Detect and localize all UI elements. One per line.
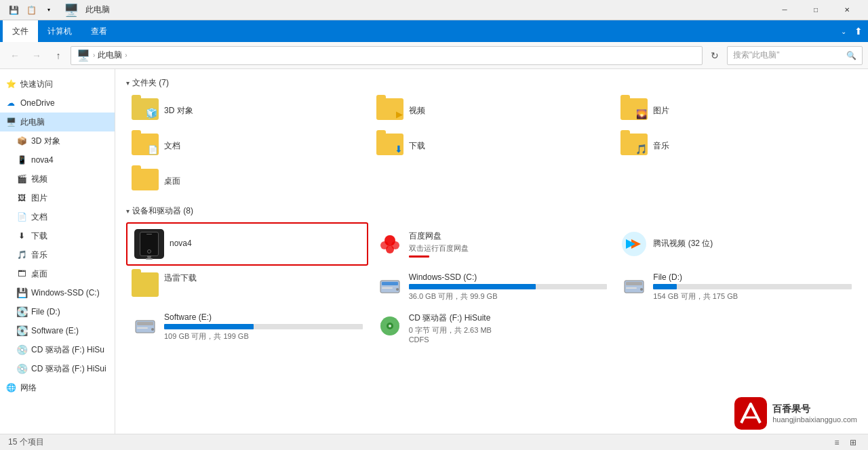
- sidebar-item-network[interactable]: 🌐 网络: [0, 378, 115, 397]
- folder-item-music[interactable]: 🎵 音乐: [615, 129, 857, 162]
- folders-section-title: 文件夹 (7): [132, 77, 169, 89]
- sidebar-item-softwaree[interactable]: 💽 Software (E:): [0, 321, 115, 340]
- f-drive-sub2: CDFS: [409, 335, 608, 344]
- ribbon-minimize-icon[interactable]: ⬆: [852, 23, 865, 39]
- f-drive-icon: [376, 312, 403, 340]
- sidebar-item-onedrive[interactable]: ☁ OneDrive: [0, 94, 115, 112]
- sidebar-label-cdf2: CD 驱动器 (F:) HiSui: [31, 363, 106, 375]
- baidu-info: 百度网盘 双击运行百度网盘: [409, 230, 608, 258]
- qat-more-btn[interactable]: ▾: [41, 2, 57, 18]
- device-baidu[interactable]: 百度网盘 双击运行百度网盘: [371, 222, 613, 266]
- nova4-icon: [134, 229, 164, 259]
- cloud-icon: ☁: [5, 98, 16, 108]
- device-e-drive[interactable]: Software (E:) 109 GB 可用，共 199 GB: [126, 308, 368, 348]
- sidebar-item-desktop[interactable]: 🗔 桌面: [0, 264, 115, 283]
- save-qat-btn[interactable]: 💾: [5, 2, 22, 18]
- 3d-icon: 📦: [16, 136, 27, 146]
- sidebar-item-3dobject[interactable]: 📦 3D 对象: [0, 131, 115, 150]
- nova4-label: nova4: [170, 239, 192, 248]
- sidebar-item-quickaccess[interactable]: ⭐ 快速访问: [0, 75, 115, 94]
- d-drive-bar: [653, 284, 677, 289]
- sidebar-item-filed[interactable]: 💽 File (D:): [0, 302, 115, 321]
- baidu-sub: 双击运行百度网盘: [409, 243, 608, 253]
- folder-item-video[interactable]: ▶ 视频: [371, 94, 613, 127]
- watermark: 百香果号 huangjinbaixiangguo.com: [734, 397, 857, 430]
- e-drive-sub: 109 GB 可用，共 199 GB: [164, 331, 363, 342]
- device-c-drive[interactable]: Windows-SSD (C:) 36.0 GB 可用，共 99.9 GB: [371, 268, 613, 306]
- svg-rect-12: [626, 282, 642, 285]
- baidu-underline: [409, 255, 429, 258]
- statusbar-right: ≡ ⊞: [830, 436, 860, 449]
- baidu-icon: [376, 230, 403, 258]
- address-box[interactable]: 🖥️ › 此电脑 ›: [71, 46, 703, 65]
- ribbon-tab-view[interactable]: 查看: [81, 20, 117, 42]
- device-d-drive[interactable]: File (D:) 154 GB 可用，共 175 GB: [615, 268, 857, 306]
- back-button[interactable]: ←: [5, 46, 24, 65]
- folder-name-documents: 文档: [164, 140, 180, 152]
- sidebar-label-music: 音乐: [31, 249, 47, 261]
- folders-grid: 🧊 3D 对象 ▶ 视频: [126, 94, 857, 197]
- device-nova4[interactable]: nova4: [129, 225, 366, 263]
- sidebar-item-music[interactable]: 🎵 音乐: [0, 245, 115, 264]
- sidebar-label-filed: File (D:): [31, 307, 60, 316]
- network-icon: 🌐: [5, 382, 16, 393]
- folder-item-downloads[interactable]: ⬇ 下载: [371, 129, 613, 162]
- f-drive-name: CD 驱动器 (F:) HiSuite: [409, 312, 608, 324]
- svg-point-13: [640, 288, 643, 291]
- sidebar-item-cdf2[interactable]: 💿 CD 驱动器 (F:) HiSui: [0, 359, 115, 378]
- sidebar-label-cdf1: CD 驱动器 (F:) HiSu: [31, 344, 104, 356]
- search-box[interactable]: 搜索"此电脑" 🔍: [727, 46, 863, 65]
- sidebar-item-documents[interactable]: 📄 文档: [0, 207, 115, 226]
- xunlei-name: 迅雷下载: [164, 272, 363, 284]
- sidebar-label-desktop: 桌面: [31, 268, 47, 280]
- devices-toggle-icon[interactable]: ▾: [126, 207, 130, 215]
- folder-music-icon: 🎵: [620, 134, 648, 158]
- device-xunlei[interactable]: 迅雷下载: [126, 268, 368, 306]
- ribbon-tab-file[interactable]: 文件: [3, 20, 38, 42]
- folders-toggle-icon[interactable]: ▾: [126, 79, 130, 87]
- forward-button[interactable]: →: [27, 46, 46, 65]
- device-f-drive[interactable]: CD 驱动器 (F:) HiSuite 0 字节 可用，共 2.63 MB CD…: [371, 308, 613, 348]
- sidebar-item-thispc[interactable]: 🖥️ 此电脑: [0, 112, 115, 131]
- sidebar-item-video[interactable]: 🎬 视频: [0, 169, 115, 188]
- doc-icon: 📄: [16, 211, 27, 222]
- view-details-btn[interactable]: ≡: [830, 436, 844, 449]
- address-arrow: ›: [125, 52, 127, 59]
- d-drive-info: File (D:) 154 GB 可用，共 175 GB: [653, 272, 852, 302]
- devices-section-title: 设备和驱动器 (8): [132, 205, 193, 217]
- ribbon-chevron-icon[interactable]: ⌄: [838, 25, 849, 38]
- pc-icon: 🖥️: [5, 117, 16, 127]
- sidebar-item-pictures[interactable]: 🖼 图片: [0, 188, 115, 207]
- sidebar-item-windowsssd[interactable]: 💾 Windows-SSD (C:): [0, 283, 115, 302]
- content-area: ▾ 文件夹 (7) 🧊 3D 对象 ▶: [115, 69, 868, 434]
- f-drive-sub1: 0 字节 可用，共 2.63 MB: [409, 325, 608, 335]
- sidebar-item-nova4[interactable]: 📱 nova4: [0, 150, 115, 169]
- folder-item-3d[interactable]: 🧊 3D 对象: [126, 94, 368, 127]
- svg-rect-8: [382, 282, 398, 285]
- close-button[interactable]: ✕: [831, 0, 863, 20]
- ribbon-tab-computer[interactable]: 计算机: [38, 20, 81, 42]
- sidebar-item-downloads[interactable]: ⬇ 下载: [0, 226, 115, 245]
- device-tencent[interactable]: 腾讯视频 (32 位): [615, 222, 857, 266]
- maximize-button[interactable]: □: [800, 0, 831, 20]
- c-drive-sub: 36.0 GB 可用，共 99.9 GB: [409, 291, 608, 302]
- folder-item-pictures[interactable]: 🌄 图片: [615, 94, 857, 127]
- view-large-btn[interactable]: ⊞: [846, 436, 860, 449]
- folder-name-video: 视频: [409, 105, 425, 117]
- sidebar-item-cdf1[interactable]: 💿 CD 驱动器 (F:) HiSu: [0, 340, 115, 359]
- watermark-text-block: 百香果号 huangjinbaixiangguo.com: [772, 403, 857, 424]
- minimize-button[interactable]: ─: [769, 0, 800, 20]
- properties-qat-btn[interactable]: 📋: [23, 2, 39, 18]
- svg-point-3: [386, 245, 394, 253]
- folder-item-desktop[interactable]: 桌面: [126, 165, 368, 197]
- xunlei-icon: [132, 272, 159, 300]
- desktop-icon: 🗔: [16, 268, 27, 279]
- up-button[interactable]: ↑: [49, 46, 68, 65]
- drive-d-icon: 💽: [16, 306, 27, 317]
- folder-item-documents[interactable]: 📄 文档: [126, 129, 368, 162]
- tencent-icon: [620, 230, 648, 258]
- tencent-name: 腾讯视频 (32 位): [653, 238, 713, 249]
- search-placeholder: 搜索"此电脑": [733, 49, 780, 61]
- refresh-button[interactable]: ↻: [705, 46, 724, 65]
- status-count: 15 个项目: [8, 436, 44, 448]
